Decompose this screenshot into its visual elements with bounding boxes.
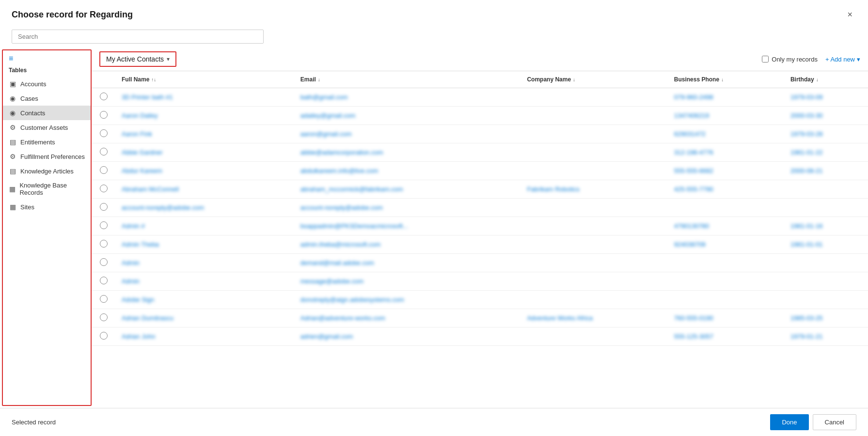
sidebar: ≡ Tables ▣Accounts◉Cases◉Contacts⚙Custom… <box>2 49 92 406</box>
view-selector[interactable]: My Active Contacts ▾ <box>99 51 176 67</box>
radio-1[interactable] <box>100 111 108 119</box>
birthday-cell <box>785 272 868 291</box>
radio-12[interactable] <box>100 313 108 321</box>
col-phone[interactable]: Business Phone ↓ <box>668 71 785 88</box>
email-link[interactable]: Adrian@adventure-works.com <box>300 314 385 322</box>
search-bar <box>0 26 868 47</box>
radio-4[interactable] <box>100 166 108 174</box>
email-link[interactable]: aaron@gmail.com <box>300 130 352 138</box>
radio-0[interactable] <box>100 93 108 100</box>
cancel-button[interactable]: Cancel <box>813 414 856 430</box>
menu-icon[interactable]: ≡ <box>3 50 91 65</box>
email-link[interactable]: bsappadmin@PKSDemoacmicrosoft... <box>300 222 408 230</box>
email-link[interactable]: bath@gmail.com <box>300 93 348 101</box>
email-link[interactable]: account-noreply@adobe.com <box>300 204 383 211</box>
birthday-cell <box>785 199 868 217</box>
radio-3[interactable] <box>100 148 108 156</box>
table-row: Aaron Daileyadailey@gmail.com13474062192… <box>92 107 868 125</box>
row-select-2 <box>92 125 116 143</box>
data-table: Full Name ↑↓ Email ↓ <box>92 71 868 408</box>
row-select-13 <box>92 327 116 346</box>
email-link[interactable]: donotreply@aign.adobesystems.com <box>300 296 404 303</box>
view-selector-label: My Active Contacts <box>106 55 164 63</box>
row-select-12 <box>92 309 116 327</box>
close-button[interactable]: × <box>843 8 856 22</box>
sort-icon-fullname: ↑↓ <box>151 77 156 82</box>
birthday-cell <box>785 291 868 309</box>
radio-10[interactable] <box>100 277 108 284</box>
sort-icon-birthday: ↓ <box>816 77 819 82</box>
sidebar-item-label-contacts: Contacts <box>20 109 45 117</box>
radio-11[interactable] <box>100 295 108 303</box>
fullname-link[interactable]: 3D Printer bath #1 <box>122 93 173 101</box>
sidebar-item-label-entitlements: Entitlements <box>20 139 55 146</box>
fulfillment-prefs-icon: ⚙ <box>9 153 16 160</box>
add-new-button[interactable]: + Add new ▾ <box>825 56 860 63</box>
fullname-link[interactable]: Admin Theba <box>122 241 159 248</box>
email-link[interactable]: demand@mail.adobe.com <box>300 259 374 266</box>
phone-cell: 760-555-0190 <box>668 309 785 327</box>
fullname-link[interactable]: Abraham McConnell <box>122 186 179 193</box>
add-new-label: + Add new <box>825 56 855 63</box>
sidebar-item-label-accounts: Accounts <box>20 80 46 88</box>
only-my-records-checkbox[interactable] <box>762 56 769 62</box>
phone-cell: 629031472 <box>668 125 785 143</box>
fullname-link[interactable]: Adrian John <box>122 333 155 340</box>
search-input[interactable] <box>12 30 264 44</box>
email-link[interactable]: admin.theba@microsoft.com <box>300 241 381 248</box>
chevron-down-icon: ▾ <box>167 56 170 62</box>
fullname-link[interactable]: Aaron Dailey <box>122 112 158 119</box>
fullname-link[interactable]: Abdur Kareem <box>122 167 162 174</box>
contacts-icon: ◉ <box>9 109 16 117</box>
fullname-link[interactable]: Aaron Fink <box>122 130 152 138</box>
fullname-link[interactable]: Admin <box>122 259 140 266</box>
fullname-link[interactable]: Abbie Gardner <box>122 149 163 156</box>
sidebar-item-fulfillment-prefs[interactable]: ⚙Fulfillment Preferences <box>3 149 91 164</box>
sidebar-section-label: Tables <box>3 65 91 77</box>
radio-7[interactable] <box>100 221 108 229</box>
col-company[interactable]: Company Name ↓ <box>521 71 668 88</box>
col-birthday[interactable]: Birthday ↓ <box>785 71 868 88</box>
email-link[interactable]: adrien@gmail.com <box>300 333 353 340</box>
dialog: Choose record for Regarding × ≡ Tables ▣… <box>0 0 868 436</box>
sidebar-item-cases[interactable]: ◉Cases <box>3 91 91 106</box>
phone-cell: 1347406219 <box>668 107 785 125</box>
row-select-8 <box>92 235 116 254</box>
radio-5[interactable] <box>100 185 108 192</box>
radio-9[interactable] <box>100 258 108 266</box>
phone-cell <box>668 272 785 291</box>
email-link[interactable]: abraham_mccormick@fabrikam.com <box>300 186 403 193</box>
sidebar-item-contacts[interactable]: ◉Contacts <box>3 106 91 120</box>
col-fullname[interactable]: Full Name ↑↓ <box>116 71 295 88</box>
fullname-link[interactable]: account-noreply@adobe.com <box>122 204 204 211</box>
col-select <box>92 71 116 88</box>
birthday-cell: 2000-08-21 <box>785 162 868 180</box>
company-link[interactable]: Adventure Works Africa <box>527 314 593 322</box>
sidebar-item-customer-assets[interactable]: ⚙Customer Assets <box>3 120 91 135</box>
fullname-link[interactable]: Adrian Dumitrascu <box>122 314 174 322</box>
fullname-link[interactable]: Admin # <box>122 222 145 230</box>
col-email[interactable]: Email ↓ <box>295 71 521 88</box>
sidebar-item-knowledge-base[interactable]: ▦Knowledge Base Records <box>3 178 91 200</box>
done-button[interactable]: Done <box>770 414 808 430</box>
email-link[interactable]: message@adobe.com <box>300 278 363 285</box>
table-row: Admin Thebaadmin.theba@microsoft.com9240… <box>92 235 868 254</box>
email-link[interactable]: abdulkareem.info@live.com <box>300 167 379 174</box>
only-my-records-label[interactable]: Only my records <box>762 56 818 63</box>
fullname-link[interactable]: Adobe Sign <box>122 296 154 303</box>
sort-icon-company: ↓ <box>573 77 575 82</box>
company-link[interactable]: Fabrikam Robotics <box>527 186 579 193</box>
radio-2[interactable] <box>100 129 108 137</box>
radio-13[interactable] <box>100 332 108 340</box>
selected-record-label: Selected record <box>12 419 56 426</box>
fullname-link[interactable]: Admin <box>122 278 140 285</box>
sort-icon-email: ↓ <box>318 77 320 82</box>
sidebar-item-accounts[interactable]: ▣Accounts <box>3 77 91 91</box>
radio-6[interactable] <box>100 203 108 211</box>
sidebar-item-entitlements[interactable]: ▤Entitlements <box>3 135 91 149</box>
email-link[interactable]: adailey@gmail.com <box>300 112 356 119</box>
sidebar-item-sites[interactable]: ▦Sites <box>3 200 91 214</box>
radio-8[interactable] <box>100 240 108 248</box>
sidebar-item-knowledge-articles[interactable]: ▤Knowledge Articles <box>3 164 91 178</box>
email-link[interactable]: abbie@adamcorporation.com <box>300 149 383 156</box>
